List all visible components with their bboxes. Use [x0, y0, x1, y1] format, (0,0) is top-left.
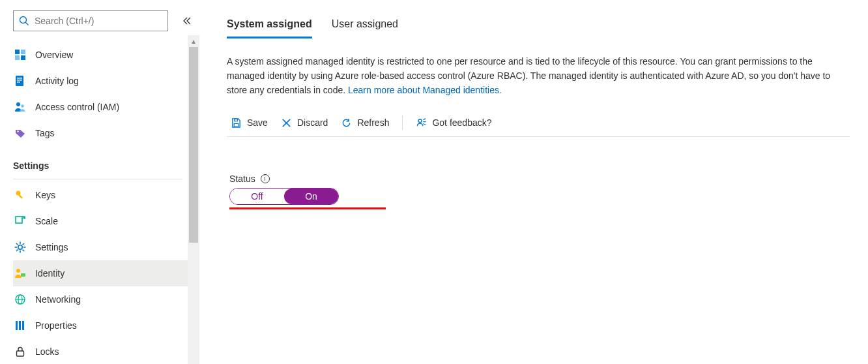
svg-rect-14 — [18, 194, 23, 199]
scrollbar-up-arrow[interactable]: ▲ — [188, 35, 199, 47]
svg-point-25 — [16, 269, 20, 273]
refresh-icon — [341, 117, 352, 129]
svg-rect-9 — [17, 82, 20, 83]
refresh-button[interactable]: Refresh — [341, 117, 389, 129]
sidebar-item-settings[interactable]: Settings — [13, 234, 199, 260]
command-bar-separator — [402, 115, 403, 130]
search-row — [13, 10, 199, 31]
command-bar: Save Discard Refresh Got feedback? — [227, 110, 850, 137]
section-divider — [13, 179, 182, 179]
svg-rect-30 — [16, 321, 18, 330]
sidebar-item-label: Access control (IAM) — [35, 102, 119, 112]
sidebar-item-label: Tags — [35, 128, 55, 138]
feedback-button[interactable]: Got feedback? — [416, 117, 491, 129]
sidebar-item-keys[interactable]: Keys — [13, 182, 199, 208]
save-button[interactable]: Save — [231, 117, 268, 129]
status-toggle-off[interactable]: Off — [230, 189, 284, 204]
overview-icon — [14, 49, 26, 61]
svg-rect-15 — [16, 217, 22, 223]
svg-rect-32 — [22, 321, 24, 330]
save-icon — [231, 117, 242, 129]
sidebar-item-label: Keys — [35, 190, 55, 200]
sidebar-item-activity-log[interactable]: Activity log — [13, 68, 199, 94]
tags-icon — [14, 127, 26, 139]
tab-system-assigned[interactable]: System assigned — [227, 18, 312, 38]
svg-rect-35 — [235, 119, 238, 121]
status-toggle-on[interactable]: On — [284, 189, 338, 204]
activity-log-icon — [14, 75, 26, 87]
learn-more-link[interactable]: Learn more about Managed identities. — [348, 85, 502, 95]
svg-point-11 — [21, 104, 24, 108]
svg-rect-8 — [17, 80, 22, 81]
discard-button[interactable]: Discard — [281, 117, 328, 129]
sidebar-item-label: Networking — [35, 294, 81, 305]
scrollbar-thumb[interactable] — [189, 47, 198, 243]
annotation-underline — [229, 207, 386, 209]
search-input[interactable] — [33, 15, 162, 27]
svg-rect-6 — [16, 76, 23, 86]
gear-icon — [14, 241, 26, 253]
svg-rect-33 — [17, 351, 24, 356]
chevron-double-left-icon — [182, 16, 192, 25]
sidebar: Overview Activity log Access control (IA… — [0, 0, 199, 364]
sidebar-item-label: Overview — [35, 50, 73, 60]
search-box[interactable] — [13, 10, 168, 31]
collapse-sidebar-button[interactable] — [181, 15, 193, 27]
svg-point-38 — [419, 119, 422, 122]
sidebar-item-label: Scale — [35, 216, 58, 226]
svg-rect-2 — [15, 50, 20, 54]
status-label: Status — [229, 174, 255, 184]
feedback-label: Got feedback? — [432, 117, 491, 128]
sidebar-item-scale[interactable]: Scale — [13, 208, 199, 234]
svg-line-22 — [23, 250, 25, 252]
intro-paragraph: A system assigned managed identity is re… — [227, 54, 839, 97]
scale-icon — [14, 215, 26, 227]
svg-line-23 — [16, 250, 18, 252]
discard-label: Discard — [297, 117, 328, 128]
svg-point-12 — [17, 130, 18, 132]
status-label-row: Status i — [229, 174, 850, 184]
sidebar-section-settings: Settings — [13, 160, 199, 175]
svg-point-0 — [20, 17, 27, 23]
svg-line-21 — [16, 243, 18, 245]
tab-user-assigned[interactable]: User assigned — [332, 18, 398, 38]
intro-text: A system assigned managed identity is re… — [227, 56, 830, 95]
main-pane: System assigned User assigned A system a… — [199, 0, 868, 364]
status-field: Status i Off On — [227, 174, 850, 209]
svg-line-1 — [25, 22, 28, 25]
sidebar-item-networking[interactable]: Networking — [13, 286, 199, 312]
lock-icon — [14, 346, 26, 357]
sidebar-item-overview[interactable]: Overview — [13, 42, 199, 68]
sidebar-nav: Overview Activity log Access control (IA… — [13, 42, 199, 364]
sidebar-item-access-control[interactable]: Access control (IAM) — [13, 94, 199, 120]
sidebar-item-tags[interactable]: Tags — [13, 120, 199, 146]
access-control-icon — [14, 101, 26, 113]
sidebar-item-label: Properties — [35, 320, 77, 331]
svg-point-16 — [18, 245, 22, 249]
svg-rect-4 — [15, 55, 20, 60]
discard-icon — [281, 117, 292, 129]
sidebar-item-label: Locks — [35, 346, 59, 357]
sidebar-item-properties[interactable]: Properties — [13, 312, 199, 339]
svg-point-10 — [16, 102, 20, 106]
refresh-label: Refresh — [357, 117, 389, 128]
tabs: System assigned User assigned — [227, 18, 850, 38]
sidebar-scrollbar[interactable]: ▲ — [188, 35, 199, 364]
feedback-icon — [416, 117, 427, 129]
sidebar-item-label: Identity — [35, 268, 65, 279]
sidebar-item-label: Settings — [35, 242, 68, 252]
app-root: Overview Activity log Access control (IA… — [0, 0, 868, 364]
svg-line-24 — [23, 243, 25, 245]
sidebar-item-locks[interactable]: Locks — [13, 339, 199, 364]
svg-rect-5 — [21, 55, 25, 60]
save-label: Save — [247, 117, 268, 128]
status-toggle[interactable]: Off On — [229, 188, 339, 205]
sidebar-item-identity[interactable]: Identity — [13, 260, 199, 286]
svg-rect-34 — [234, 123, 239, 127]
svg-rect-7 — [17, 78, 22, 79]
identity-icon — [14, 267, 26, 279]
properties-icon — [14, 320, 26, 331]
info-icon[interactable]: i — [261, 174, 270, 183]
svg-rect-31 — [19, 321, 21, 330]
networking-icon — [14, 294, 26, 305]
